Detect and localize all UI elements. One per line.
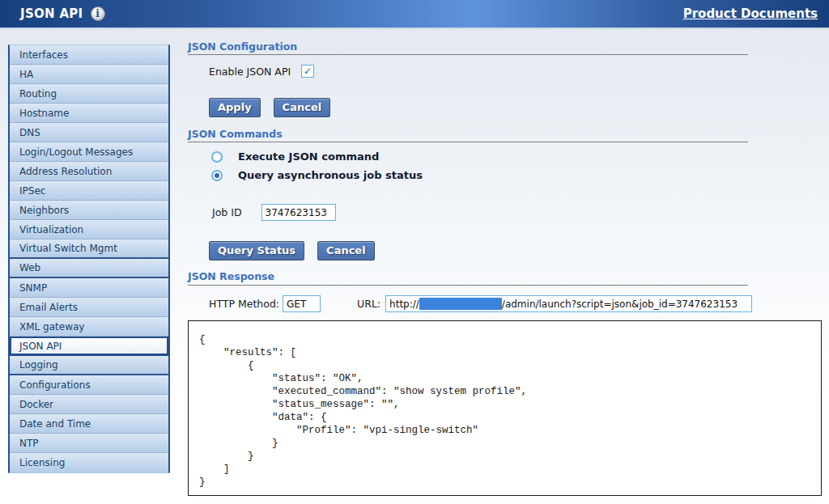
sidebar-item-label: Date and Time (19, 418, 91, 430)
sidebar-item-label: Login/Logout Messages (19, 146, 133, 158)
url-input[interactable]: http:// /admin/launch?script=json&job_id… (385, 295, 752, 312)
sidebar-item-label: Email Alerts (19, 302, 78, 313)
sidebar-item-label: Virtualization (19, 224, 83, 235)
sidebar-item-label: JSON API (19, 341, 62, 352)
json-response-output[interactable]: { "results": [ { "status": "OK", "execut… (188, 320, 822, 496)
sidebar-item-label: Hostname (19, 108, 69, 119)
command-cancel-button[interactable]: Cancel (317, 241, 375, 260)
sidebar-item-web[interactable]: Web (10, 259, 168, 278)
config-buttons-row: Apply Cancel (209, 98, 330, 117)
sidebar-item-ntp[interactable]: NTP (10, 434, 168, 453)
sidebar-item-label: Virtual Switch Mgmt (19, 243, 117, 254)
section-divider (188, 54, 748, 55)
query-status-button[interactable]: Query Status (209, 241, 304, 260)
query-job-status-option-row: Query asynchronous job status (211, 169, 423, 181)
http-method-input[interactable] (283, 295, 321, 312)
sidebar-item-dns[interactable]: DNS (10, 123, 168, 142)
sidebar-item-label: Licensing (19, 457, 65, 468)
sidebar-item-address-resolution[interactable]: Address Resolution (10, 162, 168, 181)
job-id-row: Job ID (212, 204, 336, 221)
enable-json-api-label: Enable JSON API (209, 66, 291, 78)
sidebar-item-label: DNS (19, 127, 40, 138)
command-buttons-row: Query Status Cancel (209, 241, 375, 260)
section-divider (188, 142, 748, 142)
header-bar: JSON API i Product Documents (0, 0, 829, 29)
url-prefix-text: http:// (389, 299, 419, 310)
sidebar-item-label: Neighbors (19, 205, 69, 216)
request-info-row: HTTP Method: URL: http:// /admin/launch?… (209, 295, 752, 312)
page-title: JSON API (20, 6, 83, 21)
sidebar-item-label: Logging (19, 359, 58, 371)
json-response-title: JSON Response (188, 270, 274, 282)
enable-json-api-row: Enable JSON API (209, 65, 314, 78)
url-suffix-text: /admin/launch?script=json&job_id=3747623… (502, 299, 738, 310)
execute-command-option-row: Execute JSON command (211, 150, 379, 163)
sidebar-item-routing[interactable]: Routing (10, 84, 168, 104)
sidebar-item-date-and-time[interactable]: Date and Time (10, 414, 168, 434)
info-icon[interactable]: i (91, 6, 105, 21)
sidebar-item-login-logout-messages[interactable]: Login/Logout Messages (10, 142, 168, 162)
sidebar-item-label: NTP (19, 438, 39, 449)
enable-json-api-checkbox[interactable] (301, 65, 314, 78)
sidebar-item-neighbors[interactable]: Neighbors (10, 201, 168, 220)
execute-json-command-label[interactable]: Execute JSON command (238, 150, 379, 163)
cancel-button[interactable]: Cancel (274, 98, 331, 117)
sidebar-item-virtualization[interactable]: Virtualization (10, 220, 168, 239)
url-redaction-block (419, 298, 502, 310)
sidebar-item-hostname[interactable]: Hostname (10, 104, 168, 123)
job-id-input[interactable] (261, 204, 336, 221)
product-documents-link[interactable]: Product Documents (683, 6, 818, 21)
sidebar-item-label: Routing (19, 88, 57, 100)
json-configuration-title: JSON Configuration (188, 40, 297, 53)
apply-button[interactable]: Apply (209, 98, 261, 117)
sidebar-item-label: Web (19, 262, 40, 273)
sidebar-item-label: Interfaces (19, 49, 68, 61)
sidebar-item-docker[interactable]: Docker (10, 395, 168, 414)
sidebar-item-label: XML gateway (19, 321, 84, 332)
execute-json-command-radio[interactable] (211, 151, 223, 163)
sidebar-item-ipsec[interactable]: IPSec (10, 181, 168, 201)
json-response-text: { "results": [ { "status": "OK", "execut… (189, 321, 821, 489)
sidebar-item-label: Address Resolution (19, 166, 112, 177)
sidebar-item-interfaces[interactable]: Interfaces (10, 45, 168, 65)
sidebar-item-ha[interactable]: HA (10, 65, 168, 84)
json-commands-title: JSON Commands (188, 128, 283, 140)
page: JSON API i Product Documents Interfaces … (0, 0, 829, 504)
section-divider (188, 285, 748, 286)
sidebar-item-xml-gateway[interactable]: XML gateway (10, 317, 168, 337)
sidebar-item-json-api[interactable]: JSON API (10, 337, 168, 356)
http-method-label: HTTP Method: (209, 298, 279, 310)
sidebar-item-logging[interactable]: Logging (10, 356, 168, 375)
sidebar-item-label: IPSec (19, 185, 45, 197)
query-job-status-radio[interactable] (211, 170, 223, 181)
sidebar-item-licensing[interactable]: Licensing (10, 453, 168, 472)
query-job-status-label[interactable]: Query asynchronous job status (238, 169, 423, 181)
sidebar-item-label: Docker (19, 399, 53, 410)
sidebar-item-snmp[interactable]: SNMP (10, 278, 168, 298)
sidebar-item-label: HA (19, 69, 33, 80)
sidebar-item-virtual-switch-mgmt[interactable]: Virtual Switch Mgmt (10, 239, 168, 259)
sidebar-item-label: Configurations (19, 379, 91, 391)
job-id-label: Job ID (212, 206, 242, 218)
sidebar-item-configurations[interactable]: Configurations (10, 375, 168, 395)
sidebar-item-email-alerts[interactable]: Email Alerts (10, 298, 168, 317)
sidebar: Interfaces HA Routing Hostname DNS Login… (8, 44, 170, 473)
sidebar-item-label: SNMP (19, 282, 47, 294)
url-label: URL: (357, 298, 380, 310)
